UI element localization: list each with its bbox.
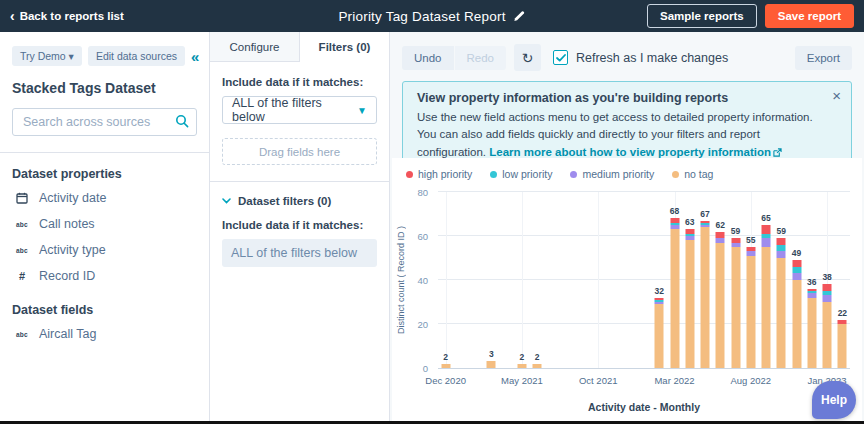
bar-value-label: 22 [829,308,855,318]
legend-label: no tag [684,168,713,180]
bar-segment-low [792,267,801,274]
bar-value-label: 55 [738,235,764,245]
dataset-property-item[interactable]: abcCall notes [12,211,197,237]
y-tick-label: 0 [423,363,428,374]
stacked-bar: 65 [762,192,771,368]
refresh-checkbox[interactable] [553,50,568,65]
bar-value-label: 38 [814,272,840,282]
try-demo-button[interactable]: Try Demo ▾ [12,46,82,66]
bar-value-label: 2 [524,352,550,362]
help-button[interactable]: Help [812,381,856,419]
banner-close-icon[interactable]: × [832,88,841,103]
stacked-bar: 2 [533,192,542,368]
bar-segment-no_tag [685,240,694,368]
bar-segment-medium [807,293,816,297]
edit-title-pencil-icon[interactable] [514,10,526,22]
abc-icon: abc [14,247,30,254]
bar-segment-no_tag [487,361,496,368]
search-input[interactable] [12,108,197,136]
field-label: Call notes [39,217,95,231]
bar-segment-low [655,300,664,302]
y-axis-title: Distinct count ( Record ID ) [394,192,408,369]
bar-segment-no_tag [746,256,755,368]
stacked-bar: 38 [823,192,832,368]
dataset-field-item[interactable]: abcAircall Tag [12,321,197,347]
chart-card: high prioritylow prioritymedium priority… [392,158,862,421]
legend-item[interactable]: no tag [672,168,713,180]
dataset-property-item[interactable]: #Record ID [12,263,197,289]
bar-segment-medium [685,236,694,240]
undo-button[interactable]: Undo [402,46,454,70]
dataset-property-item[interactable]: abcActivity type [12,237,197,263]
dataset-property-item[interactable]: Activity date [12,185,197,211]
stacked-bar: 67 [701,192,710,368]
banner-title: View property information as you're buil… [417,91,821,105]
stacked-bar: 3 [487,192,496,368]
y-tick-label: 80 [417,187,428,198]
bar-segment-low [685,234,694,236]
bar-segment-high [746,247,755,251]
filters-panel: Configure Filters (0) Include data if it… [210,32,390,421]
bar-segment-no_tag [716,243,725,368]
header-actions: Sample reports Save report [647,4,854,28]
sample-reports-button[interactable]: Sample reports [647,4,757,28]
save-report-button[interactable]: Save report [765,4,854,28]
bar-segment-no_tag [731,247,740,368]
collapse-sidebar-icon[interactable]: « [191,49,199,64]
bar-value-label: 63 [677,217,703,227]
bar-segment-no_tag [807,298,816,368]
legend-item[interactable]: low priority [490,168,552,180]
bar-segment-no_tag [701,227,710,368]
bar-segment-high [777,238,786,245]
bar-value-label: 49 [784,248,810,258]
legend-item[interactable]: high priority [406,168,472,180]
bar-value-label: 65 [753,213,779,223]
data-sources-sidebar: Try Demo ▾ Edit data sources « Stacked T… [0,32,210,421]
refresh-button[interactable]: ↻ [514,44,541,71]
hash-icon: # [14,270,30,282]
refresh-checkbox-wrap[interactable]: Refresh as I make changes [553,50,728,65]
y-gridline [438,279,850,280]
title-wrap: Priority Tag Dataset Report [338,9,525,24]
redo-button[interactable]: Redo [455,46,507,70]
config-tabbar: Configure Filters (0) [210,32,389,62]
bar-segment-high [792,260,801,267]
banner-learn-more-link[interactable]: Learn more about how to view property in… [489,146,782,158]
bar-segment-low [823,291,832,295]
export-button[interactable]: Export [795,46,852,70]
chart-legend: high prioritylow prioritymedium priority… [392,158,862,180]
include-data-label-2: Include data if it matches: [222,219,377,231]
bar-value-label: 3 [478,349,504,359]
field-label: Activity type [39,243,106,257]
chevron-down-icon [222,198,231,204]
dropdown-caret-icon: ▼ [357,105,367,116]
edit-data-sources-button[interactable]: Edit data sources [88,46,185,66]
dataset-properties-heading: Dataset properties [12,167,197,181]
stacked-bar: 32 [655,192,664,368]
stacked-bar: 59 [777,192,786,368]
legend-label: low priority [502,168,552,180]
calendar-icon [14,192,30,204]
tab-configure[interactable]: Configure [210,32,300,62]
bar-segment-no_tag [777,258,786,368]
y-tick-label: 20 [417,319,428,330]
x-gridline [598,192,599,368]
tab-filters[interactable]: Filters (0) [300,32,389,62]
y-gridline [438,323,850,324]
y-tick-label: 60 [417,231,428,242]
back-to-reports-link[interactable]: ‹ Back to reports list [10,10,124,23]
legend-dot-icon [672,171,679,178]
report-builder-app: ‹ Back to reports list Priority Tag Data… [0,0,864,424]
legend-item[interactable]: medium priority [570,168,654,180]
include-data-label: Include data if it matches: [222,76,377,88]
bar-segment-no_tag [838,324,847,368]
bar-segment-medium [762,238,771,247]
field-label: Aircall Tag [39,327,96,341]
drag-fields-dropzone[interactable]: Drag fields here [222,138,377,165]
filter-match-select[interactable]: ALL of the filters below ▼ [222,96,377,124]
bar-segment-low [807,291,816,293]
bar-segment-high [807,289,816,291]
bar-value-label: 2 [433,352,459,362]
dataset-filters-toggle[interactable]: Dataset filters (0) [222,195,377,207]
legend-dot-icon [406,171,413,178]
